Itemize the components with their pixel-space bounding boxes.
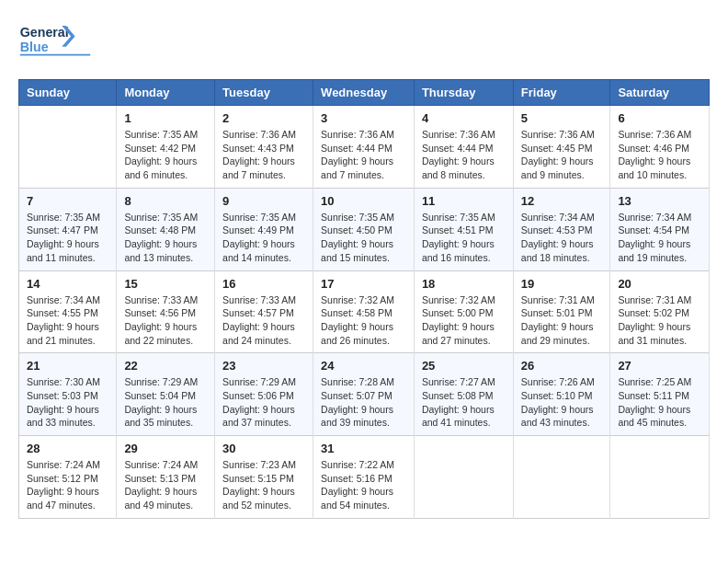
- day-info: Sunrise: 7:27 AMSunset: 5:08 PMDaylight:…: [422, 375, 506, 430]
- day-number: 17: [321, 277, 406, 291]
- day-number: 6: [618, 111, 701, 125]
- day-info: Sunrise: 7:29 AMSunset: 5:06 PMDaylight:…: [222, 375, 305, 430]
- day-number: 24: [321, 359, 406, 373]
- calendar-cell: 26Sunrise: 7:26 AMSunset: 5:10 PMDayligh…: [513, 353, 610, 436]
- calendar-cell: 11Sunrise: 7:35 AMSunset: 4:51 PMDayligh…: [414, 188, 513, 270]
- day-number: 20: [618, 277, 701, 291]
- day-number: 12: [521, 194, 603, 208]
- calendar-cell: 18Sunrise: 7:32 AMSunset: 5:00 PMDayligh…: [414, 270, 513, 353]
- day-number: 15: [124, 277, 207, 291]
- day-number: 28: [27, 442, 108, 455]
- calendar-header-row: SundayMondayTuesdayWednesdayThursdayFrid…: [19, 80, 710, 106]
- calendar-week-2: 7Sunrise: 7:35 AMSunset: 4:47 PMDaylight…: [19, 188, 710, 270]
- day-info: Sunrise: 7:31 AMSunset: 5:01 PMDaylight:…: [521, 293, 603, 348]
- day-info: Sunrise: 7:33 AMSunset: 4:56 PMDaylight:…: [124, 293, 207, 348]
- calendar-cell: 20Sunrise: 7:31 AMSunset: 5:02 PMDayligh…: [610, 270, 710, 353]
- day-number: 2: [222, 111, 305, 125]
- day-info: Sunrise: 7:34 AMSunset: 4:53 PMDaylight:…: [521, 211, 603, 265]
- calendar-cell: 30Sunrise: 7:23 AMSunset: 5:15 PMDayligh…: [215, 436, 313, 519]
- day-number: 21: [27, 359, 108, 373]
- day-info: Sunrise: 7:36 AMSunset: 4:44 PMDaylight:…: [321, 128, 406, 182]
- day-number: 23: [222, 359, 305, 373]
- calendar-cell: 7Sunrise: 7:35 AMSunset: 4:47 PMDaylight…: [19, 188, 117, 270]
- day-number: 4: [422, 111, 506, 125]
- calendar-cell: 14Sunrise: 7:34 AMSunset: 4:55 PMDayligh…: [19, 270, 117, 353]
- col-header-wednesday: Wednesday: [313, 80, 415, 106]
- day-number: 8: [124, 194, 207, 208]
- calendar-cell: 6Sunrise: 7:36 AMSunset: 4:46 PMDaylight…: [610, 106, 710, 189]
- calendar-week-4: 21Sunrise: 7:30 AMSunset: 5:03 PMDayligh…: [19, 353, 710, 436]
- day-number: 16: [222, 277, 305, 291]
- calendar-cell: 31Sunrise: 7:22 AMSunset: 5:16 PMDayligh…: [313, 436, 415, 519]
- day-info: Sunrise: 7:32 AMSunset: 5:00 PMDaylight:…: [422, 293, 506, 348]
- day-info: Sunrise: 7:33 AMSunset: 4:57 PMDaylight:…: [222, 293, 305, 348]
- day-info: Sunrise: 7:36 AMSunset: 4:44 PMDaylight:…: [422, 128, 506, 182]
- day-info: Sunrise: 7:24 AMSunset: 5:12 PMDaylight:…: [27, 458, 108, 512]
- day-info: Sunrise: 7:29 AMSunset: 5:04 PMDaylight:…: [124, 375, 207, 430]
- day-info: Sunrise: 7:36 AMSunset: 4:43 PMDaylight:…: [222, 128, 305, 182]
- day-info: Sunrise: 7:34 AMSunset: 4:55 PMDaylight:…: [27, 293, 108, 348]
- logo-svg: General Blue: [18, 18, 92, 64]
- day-info: Sunrise: 7:30 AMSunset: 5:03 PMDaylight:…: [27, 375, 108, 430]
- day-number: 14: [27, 277, 108, 291]
- calendar-week-1: 1Sunrise: 7:35 AMSunset: 4:42 PMDaylight…: [19, 106, 710, 189]
- day-info: Sunrise: 7:36 AMSunset: 4:45 PMDaylight:…: [521, 128, 603, 182]
- calendar-cell: 24Sunrise: 7:28 AMSunset: 5:07 PMDayligh…: [313, 353, 415, 436]
- day-number: 18: [422, 277, 506, 291]
- day-number: 10: [321, 194, 406, 208]
- day-info: Sunrise: 7:32 AMSunset: 4:58 PMDaylight:…: [321, 293, 406, 348]
- calendar-cell: 5Sunrise: 7:36 AMSunset: 4:45 PMDaylight…: [513, 106, 610, 189]
- calendar-week-3: 14Sunrise: 7:34 AMSunset: 4:55 PMDayligh…: [19, 270, 710, 353]
- col-header-friday: Friday: [513, 80, 610, 106]
- calendar-cell: 19Sunrise: 7:31 AMSunset: 5:01 PMDayligh…: [513, 270, 610, 353]
- day-number: 25: [422, 359, 506, 373]
- day-number: 1: [124, 111, 207, 125]
- page-header: General Blue: [18, 18, 710, 64]
- calendar-cell: [19, 106, 117, 189]
- calendar-cell: 3Sunrise: 7:36 AMSunset: 4:44 PMDaylight…: [313, 106, 415, 189]
- col-header-saturday: Saturday: [610, 80, 710, 106]
- calendar-cell: 25Sunrise: 7:27 AMSunset: 5:08 PMDayligh…: [414, 353, 513, 436]
- day-info: Sunrise: 7:35 AMSunset: 4:50 PMDaylight:…: [321, 211, 406, 265]
- calendar-cell: [513, 436, 610, 519]
- col-header-monday: Monday: [117, 80, 215, 106]
- calendar-cell: 10Sunrise: 7:35 AMSunset: 4:50 PMDayligh…: [313, 188, 415, 270]
- calendar-cell: 28Sunrise: 7:24 AMSunset: 5:12 PMDayligh…: [19, 436, 117, 519]
- day-info: Sunrise: 7:35 AMSunset: 4:49 PMDaylight:…: [222, 211, 305, 265]
- calendar-cell: 1Sunrise: 7:35 AMSunset: 4:42 PMDaylight…: [117, 106, 215, 189]
- day-number: 26: [521, 359, 603, 373]
- col-header-thursday: Thursday: [414, 80, 513, 106]
- calendar-cell: 8Sunrise: 7:35 AMSunset: 4:48 PMDaylight…: [117, 188, 215, 270]
- svg-text:Blue: Blue: [20, 40, 49, 54]
- calendar-cell: 21Sunrise: 7:30 AMSunset: 5:03 PMDayligh…: [19, 353, 117, 436]
- day-number: 9: [222, 194, 305, 208]
- day-info: Sunrise: 7:35 AMSunset: 4:42 PMDaylight:…: [124, 128, 207, 182]
- day-number: 29: [124, 442, 207, 455]
- calendar-cell: 9Sunrise: 7:35 AMSunset: 4:49 PMDaylight…: [215, 188, 313, 270]
- calendar-cell: 29Sunrise: 7:24 AMSunset: 5:13 PMDayligh…: [117, 436, 215, 519]
- day-info: Sunrise: 7:25 AMSunset: 5:11 PMDaylight:…: [618, 375, 701, 430]
- day-number: 22: [124, 359, 207, 373]
- svg-text:General: General: [20, 25, 69, 40]
- calendar-cell: 17Sunrise: 7:32 AMSunset: 4:58 PMDayligh…: [313, 270, 415, 353]
- day-number: 30: [222, 442, 305, 455]
- day-info: Sunrise: 7:26 AMSunset: 5:10 PMDaylight:…: [521, 375, 603, 430]
- day-info: Sunrise: 7:35 AMSunset: 4:51 PMDaylight:…: [422, 211, 506, 265]
- day-number: 31: [321, 442, 406, 455]
- calendar-cell: 13Sunrise: 7:34 AMSunset: 4:54 PMDayligh…: [610, 188, 710, 270]
- calendar-week-5: 28Sunrise: 7:24 AMSunset: 5:12 PMDayligh…: [19, 436, 710, 519]
- day-info: Sunrise: 7:34 AMSunset: 4:54 PMDaylight:…: [618, 211, 701, 265]
- calendar-cell: [610, 436, 710, 519]
- calendar-cell: [414, 436, 513, 519]
- day-number: 27: [618, 359, 701, 373]
- day-number: 7: [27, 194, 108, 208]
- calendar-cell: 15Sunrise: 7:33 AMSunset: 4:56 PMDayligh…: [117, 270, 215, 353]
- day-number: 5: [521, 111, 603, 125]
- day-number: 19: [521, 277, 603, 291]
- calendar-cell: 4Sunrise: 7:36 AMSunset: 4:44 PMDaylight…: [414, 106, 513, 189]
- day-info: Sunrise: 7:35 AMSunset: 4:48 PMDaylight:…: [124, 211, 207, 265]
- day-number: 3: [321, 111, 406, 125]
- col-header-tuesday: Tuesday: [215, 80, 313, 106]
- day-info: Sunrise: 7:22 AMSunset: 5:16 PMDaylight:…: [321, 458, 406, 512]
- day-info: Sunrise: 7:36 AMSunset: 4:46 PMDaylight:…: [618, 128, 701, 182]
